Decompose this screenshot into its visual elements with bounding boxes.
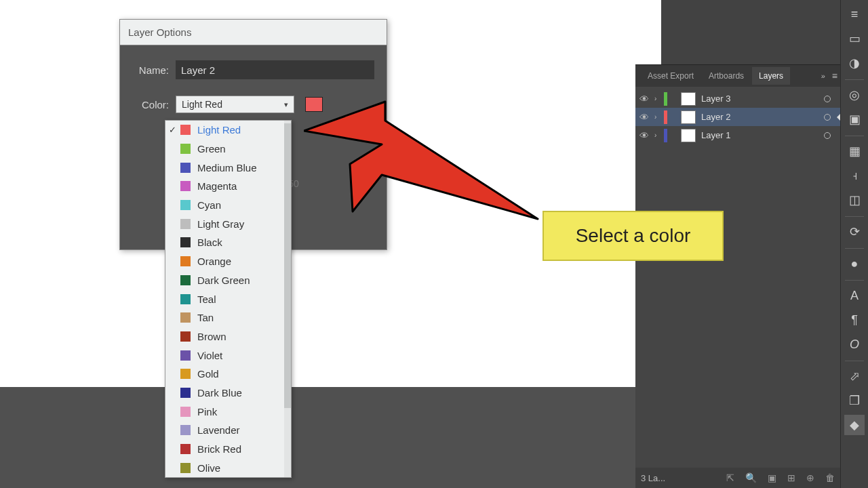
popout-icon[interactable]: ⬀ — [844, 366, 865, 386]
expand-arrow-icon[interactable]: › — [654, 95, 658, 102]
visibility-eye-icon[interactable]: 👁 — [639, 94, 649, 104]
color-option[interactable]: Magenta — [165, 177, 291, 196]
color-option[interactable]: Dark Blue — [165, 384, 291, 403]
layer-color-bar — [664, 92, 667, 106]
circle-target-icon[interactable]: ◎ — [844, 85, 865, 105]
target-circle-icon[interactable] — [824, 114, 831, 121]
color-option-label: Brick Red — [197, 443, 287, 455]
color-option-label: Dark Green — [197, 274, 287, 286]
rotate-icon[interactable]: ⟳ — [844, 222, 865, 242]
color-option[interactable]: Violet — [165, 346, 291, 365]
color-option[interactable]: Orange — [165, 252, 291, 271]
color-option-label: Tan — [197, 312, 287, 323]
color-option-label: Green — [197, 143, 287, 155]
color-option[interactable]: Dark Green — [165, 271, 291, 290]
color-swatch — [180, 312, 191, 323]
grid-icon[interactable]: ▦ — [844, 141, 865, 161]
layer-row[interactable]: 👁›Layer 2 — [635, 108, 840, 126]
color-dropdown[interactable]: ✓Light RedGreenMedium BlueMagentaCyanLig… — [165, 120, 292, 478]
color-option[interactable]: Lavender — [165, 421, 291, 440]
color-option[interactable]: Pink — [165, 402, 291, 421]
collapse-panel-icon[interactable]: » — [821, 72, 825, 80]
color-option[interactable]: Brick Red — [165, 440, 291, 459]
layer-row[interactable]: 👁›Layer 3 — [635, 89, 840, 108]
color-option-label: Medium Blue — [197, 162, 287, 174]
clip-mask-icon[interactable]: ▣ — [768, 472, 776, 483]
new-layer-icon[interactable]: ⊕ — [806, 472, 814, 483]
color-label: Color: — [132, 99, 169, 110]
export-icon[interactable]: ⇱ — [726, 472, 734, 483]
layer-row[interactable]: 👁›Layer 1 — [635, 126, 840, 144]
panel-boxes-icon[interactable]: ▣ — [844, 109, 865, 129]
color-swatch — [180, 388, 191, 398]
color-option[interactable]: Green — [165, 140, 291, 159]
selected-color-swatch[interactable] — [305, 97, 323, 112]
color-option[interactable]: Medium Blue — [165, 158, 291, 177]
color-option-label: Olive — [197, 462, 287, 474]
color-option-label: Orange — [197, 256, 287, 267]
color-swatch — [180, 163, 191, 173]
color-option[interactable]: Brown — [165, 327, 291, 346]
visibility-eye-icon[interactable]: 👁 — [639, 130, 649, 141]
color-option-label: Black — [197, 237, 287, 248]
color-option[interactable]: Black — [165, 233, 291, 252]
expand-arrow-icon[interactable]: › — [654, 113, 658, 121]
layer-name-input[interactable] — [176, 60, 374, 79]
color-option-label: Violet — [197, 350, 287, 361]
color-swatch — [180, 463, 191, 473]
tab-asset-export[interactable]: Asset Export — [641, 67, 701, 85]
layer-name-label: Layer 3 — [701, 94, 730, 104]
color-swatch — [180, 425, 191, 435]
color-select[interactable]: Light Red ▾ — [176, 96, 294, 113]
expand-arrow-icon[interactable]: › — [654, 131, 658, 139]
new-sublayer-icon[interactable]: ⊞ — [787, 472, 795, 483]
color-swatch — [180, 275, 191, 285]
glyphs-icon[interactable]: O — [844, 334, 865, 354]
panel-menu-icon[interactable]: ≡ — [832, 70, 837, 81]
pathfinder-icon[interactable]: ◫ — [844, 190, 865, 210]
target-circle-icon[interactable] — [824, 132, 831, 139]
target-circle-icon[interactable] — [824, 96, 831, 102]
color-option-label: Light Red — [197, 124, 287, 136]
layer-thumbnail — [681, 110, 696, 124]
color-option[interactable]: Gold — [165, 365, 291, 384]
align-icon[interactable]: ⫞ — [844, 165, 865, 186]
color-option[interactable]: ✓Light Red — [165, 121, 291, 140]
color-swatch — [180, 331, 191, 342]
rect-tool-icon[interactable]: ▭ — [844, 28, 865, 49]
color-option[interactable]: Olive — [165, 458, 291, 477]
color-swatch — [180, 369, 191, 379]
color-option[interactable]: Tan — [165, 308, 291, 327]
color-option[interactable]: Cyan — [165, 196, 291, 215]
color-option-label: Magenta — [197, 180, 287, 192]
visibility-eye-icon[interactable]: 👁 — [639, 112, 649, 123]
artboards-icon[interactable]: ❐ — [844, 390, 865, 411]
layer-name-label: Layer 2 — [701, 112, 730, 122]
delete-layer-icon[interactable]: 🗑 — [825, 472, 835, 483]
color-option-label: Gold — [197, 368, 287, 380]
paragraph-icon[interactable]: ¶ — [844, 310, 865, 330]
color-swatch — [180, 350, 191, 361]
layers-icon[interactable]: ◆ — [844, 415, 865, 435]
layer-color-bar — [664, 129, 667, 142]
layer-color-bar — [664, 110, 667, 124]
color-swatch — [180, 444, 191, 454]
spray-icon[interactable]: ● — [844, 253, 865, 274]
menu-icon[interactable]: ≡ — [844, 4, 865, 24]
color-option[interactable]: Teal — [165, 289, 291, 308]
color-swatch — [180, 200, 191, 210]
color-swatch — [180, 219, 191, 229]
color-option-label: Teal — [197, 293, 287, 305]
name-label: Name: — [132, 64, 169, 76]
gradient-icon[interactable]: ◑ — [844, 53, 865, 73]
color-option[interactable]: Light Gray — [165, 214, 291, 233]
tab-layers[interactable]: Layers — [752, 67, 790, 85]
check-icon: ✓ — [169, 125, 176, 135]
color-option-label: Pink — [197, 406, 287, 418]
type-char-icon[interactable]: A — [844, 285, 865, 306]
layer-thumbnail — [681, 129, 696, 142]
layer-count: 3 La... — [641, 473, 665, 483]
dialog-title: Layer Options — [120, 20, 387, 45]
tab-artboards[interactable]: Artboards — [702, 67, 751, 85]
search-icon[interactable]: 🔍 — [745, 472, 757, 483]
